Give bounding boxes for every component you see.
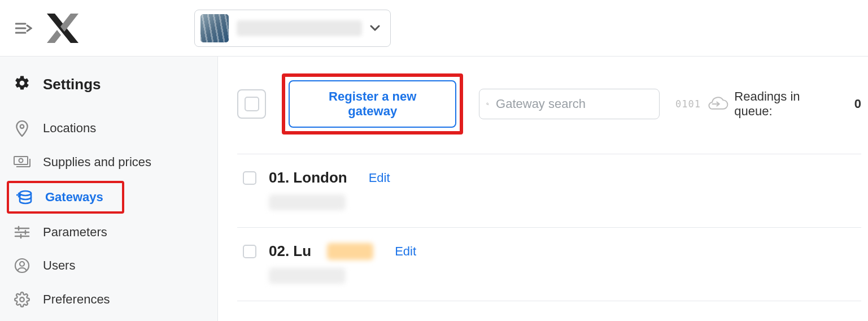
sidebar-item-label: Supplies and prices bbox=[43, 155, 151, 170]
gateway-search-input[interactable] bbox=[495, 96, 652, 112]
sidebar-item-label: Parameters bbox=[43, 225, 107, 240]
svg-marker-5 bbox=[47, 30, 61, 43]
sidebar-item-label: Users bbox=[43, 258, 75, 273]
sidebar: Settings Locations Supplies and prices G… bbox=[0, 57, 218, 321]
org-selector[interactable] bbox=[194, 10, 391, 47]
gateway-checkbox[interactable] bbox=[243, 171, 256, 185]
gateway-subtitle-redacted bbox=[269, 194, 346, 210]
org-name-redacted bbox=[237, 20, 362, 36]
svg-point-22 bbox=[487, 103, 488, 105]
svg-marker-4 bbox=[60, 14, 78, 32]
gateway-title: 02. Lu bbox=[269, 242, 311, 260]
user-icon bbox=[14, 258, 30, 274]
gateways-toolbar: Register a new gateway 0101 Readings in … bbox=[237, 73, 861, 154]
svg-point-21 bbox=[20, 297, 24, 301]
svg-point-8 bbox=[19, 159, 23, 163]
queue-binary-icon: 0101 bbox=[675, 98, 701, 110]
sliders-icon bbox=[14, 225, 30, 239]
pin-icon bbox=[14, 120, 30, 137]
sidebar-toggle[interactable] bbox=[15, 19, 33, 37]
sidebar-item-preferences[interactable]: Preferences bbox=[0, 283, 217, 316]
sidebar-item-label: Locations bbox=[43, 121, 96, 136]
gear-outline-icon bbox=[14, 292, 30, 307]
main-content: Register a new gateway 0101 Readings in … bbox=[218, 57, 868, 321]
money-icon bbox=[14, 156, 30, 168]
svg-point-6 bbox=[20, 125, 24, 128]
readings-queue: 0101 Readings in queue: 0 bbox=[675, 89, 861, 119]
sidebar-item-parameters[interactable]: Parameters bbox=[0, 216, 217, 249]
queue-value: 0 bbox=[854, 97, 861, 111]
svg-line-23 bbox=[488, 105, 488, 105]
app-logo bbox=[46, 12, 79, 44]
sidebar-heading-label: Settings bbox=[43, 76, 101, 93]
gateway-checkbox[interactable] bbox=[243, 245, 256, 258]
select-all-checkbox[interactable] bbox=[237, 89, 266, 119]
gateway-search-wrap[interactable] bbox=[479, 89, 660, 119]
gateway-edit-link[interactable]: Edit bbox=[395, 244, 416, 259]
collapse-icon bbox=[15, 21, 32, 35]
sidebar-item-locations[interactable]: Locations bbox=[0, 111, 217, 146]
gateway-row: 02. Lu Edit bbox=[237, 228, 861, 301]
gateway-row: 01. London Edit bbox=[237, 154, 861, 228]
highlight-box-gateways: Gateways bbox=[7, 181, 124, 214]
queue-label: Readings in queue: bbox=[734, 89, 839, 119]
sidebar-item-supplies[interactable]: Supplies and prices bbox=[0, 146, 217, 179]
checkbox-box-icon bbox=[245, 97, 259, 111]
org-thumbnail bbox=[200, 14, 229, 42]
highlight-box-register: Register a new gateway bbox=[282, 73, 463, 135]
gateway-title: 01. London bbox=[269, 169, 347, 186]
sidebar-item-users[interactable]: Users bbox=[0, 249, 217, 283]
cloud-arrow-icon bbox=[706, 97, 729, 111]
logo-x-icon bbox=[47, 14, 78, 43]
sidebar-heading: Settings bbox=[0, 67, 217, 111]
svg-point-20 bbox=[20, 262, 24, 266]
gateway-icon bbox=[16, 190, 33, 205]
search-icon bbox=[486, 97, 489, 111]
gear-icon bbox=[14, 75, 30, 94]
register-gateway-button[interactable]: Register a new gateway bbox=[289, 80, 456, 128]
gateway-subtitle-redacted bbox=[269, 268, 346, 284]
app-header bbox=[0, 0, 868, 57]
chevron-down-icon bbox=[370, 25, 380, 32]
gateway-badge-redacted bbox=[327, 243, 373, 260]
gateway-edit-link[interactable]: Edit bbox=[369, 171, 390, 185]
sidebar-item-label: Gateways bbox=[45, 190, 103, 205]
sidebar-item-label: Preferences bbox=[43, 292, 110, 307]
svg-rect-7 bbox=[14, 157, 28, 164]
sidebar-item-gateways[interactable]: Gateways bbox=[9, 183, 122, 211]
